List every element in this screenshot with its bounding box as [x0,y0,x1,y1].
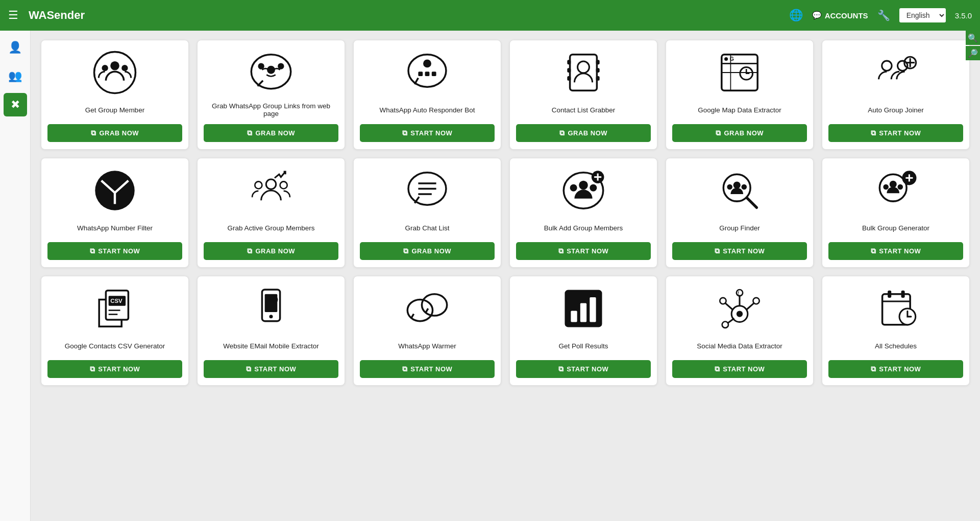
zoom-out-button[interactable]: 🔎 [966,46,980,60]
social-media-data-extractor-button[interactable]: ⧉START NOW [672,360,807,378]
get-poll-results-icon [560,286,606,331]
sidebar-item-person[interactable]: 👤 [4,36,27,59]
whatsapp-auto-responder-bot-label: WhatsApp Auto Responder Bot [380,101,475,119]
grab-whatsapp-group-links-label: Grab WhatsApp Group Links from web page [204,101,338,119]
btn-icon: ⧉ [90,365,95,373]
svg-point-26 [882,61,892,70]
whatsapp-auto-responder-bot-icon [404,50,450,96]
all-schedules-button[interactable]: ⧉START NOW [828,360,963,378]
language-select[interactable]: English Spanish French [899,8,946,22]
sidebar-item-tools[interactable]: ✖ [4,93,27,116]
btn-icon: ⧉ [716,129,721,137]
card-website-email-mobile-extractor: Website EMail Mobile Extractor⧉START NOW [197,276,345,386]
header: ☰ WASender 🌐 💬 ACCOUNTS 🔧 English Spanis… [0,0,980,31]
svg-rect-17 [567,68,571,73]
bulk-add-group-members-label: Bulk Add Group Members [544,219,623,237]
svg-point-3 [121,65,128,71]
btn-icon: ⧉ [871,365,876,373]
bulk-add-group-members-button[interactable]: ⧉START NOW [516,242,651,260]
grab-active-group-members-label: Grab Active Group Members [227,219,314,237]
svg-point-48 [733,181,741,188]
btn-icon: ⧉ [558,365,564,373]
btn-icon: ⧉ [247,247,253,255]
google-map-data-extractor-button[interactable]: ⧉GRAB NOW [672,124,807,142]
get-group-member-button[interactable]: ⧉GRAB NOW [47,124,182,142]
cards-grid: Get Group Member⧉GRAB NOW Grab WhatsApp … [41,40,970,386]
google-contacts-csv-generator-button[interactable]: ⧉START NOW [47,360,182,378]
svg-point-2 [102,65,108,71]
menu-icon[interactable]: ☰ [8,9,18,22]
svg-point-10 [423,59,431,67]
bulk-group-generator-button[interactable]: ⧉START NOW [828,242,963,260]
header-right: 🌐 💬 ACCOUNTS 🔧 English Spanish French 3.… [789,8,972,22]
website-email-mobile-extractor-label: Website EMail Mobile Extractor [223,337,318,355]
grab-chat-list-label: Grab Chat List [405,219,449,237]
btn-icon: ⧉ [715,365,720,373]
svg-point-80 [737,311,743,317]
get-poll-results-label: Get Poll Results [559,337,608,355]
website-email-mobile-extractor-button[interactable]: ⧉START NOW [204,360,338,378]
settings-icon[interactable]: 🔧 [877,9,890,21]
accounts-button[interactable]: 💬 ACCOUNTS [812,11,868,20]
contact-list-grabber-button[interactable]: ⧉GRAB NOW [516,124,651,142]
btn-icon: ⧉ [871,129,876,137]
grab-chat-list-button[interactable]: ⧉GRAB NOW [360,242,495,260]
svg-point-41 [579,181,588,190]
btn-icon: ⧉ [559,129,565,137]
svg-point-31 [95,171,134,210]
card-bulk-add-group-members: Bulk Add Group Members⧉START NOW [509,158,657,268]
bulk-group-generator-label: Bulk Group Generator [862,219,929,237]
website-email-mobile-extractor-icon [248,286,294,331]
zoom-panel: 🔍 🔎 [966,31,980,60]
whatsapp-number-filter-button[interactable]: ⧉START NOW [47,242,182,260]
btn-icon: ⧉ [91,129,96,137]
card-whatsapp-number-filter: WhatsApp Number Filter⧉START NOW [41,158,189,268]
group-finder-button[interactable]: ⧉START NOW [672,242,807,260]
globe-icon[interactable]: 🌐 [789,9,803,22]
grab-whatsapp-group-links-button[interactable]: ⧉GRAB NOW [204,124,338,142]
main-content: Get Group Member⧉GRAB NOW Grab WhatsApp … [31,31,980,521]
card-grab-chat-list: Grab Chat List⧉GRAB NOW [353,158,501,268]
card-grab-whatsapp-group-links: Grab WhatsApp Group Links from web page⧉… [197,40,345,150]
get-poll-results-button[interactable]: ⧉START NOW [516,360,651,378]
svg-rect-11 [418,72,423,76]
svg-point-77 [720,298,726,304]
svg-rect-16 [567,60,571,64]
card-whatsapp-warmer: WhatsApp Warmer⧉START NOW [353,276,501,386]
card-social-media-data-extractor: f Social Media Data Extractor⧉START NOW [666,276,814,386]
svg-point-1 [110,61,119,70]
btn-icon: ⧉ [246,365,252,373]
whatsapp-warmer-button[interactable]: ⧉START NOW [360,360,495,378]
svg-rect-83 [888,291,891,298]
grab-active-group-members-button[interactable]: ⧉GRAB NOW [204,242,338,260]
card-google-contacts-csv-generator: CSV Google Contacts CSV Generator⧉START … [41,276,189,386]
sidebar-item-groups[interactable]: 👥 [4,64,27,88]
svg-point-35 [280,181,287,188]
card-bulk-group-generator: Bulk Group Generator⧉START NOW [822,158,970,268]
card-get-poll-results: Get Poll Results⧉START NOW [509,276,657,386]
whatsapp-number-filter-label: WhatsApp Number Filter [77,219,153,237]
btn-icon: ⧉ [715,247,720,255]
auto-group-joiner-icon [873,50,919,96]
auto-group-joiner-label: Auto Group Joiner [868,101,924,119]
zoom-in-button[interactable]: 🔍 [966,31,980,45]
svg-point-34 [255,181,262,188]
svg-point-15 [578,61,590,73]
social-media-data-extractor-icon: f [717,286,763,331]
svg-point-54 [898,184,903,190]
svg-point-9 [408,55,446,87]
whatsapp-auto-responder-bot-button[interactable]: ⧉START NOW [360,124,495,142]
whatsapp-icon: 💬 [812,11,822,20]
group-finder-icon [717,168,763,214]
svg-rect-19 [596,60,600,64]
svg-rect-18 [567,76,571,81]
btn-icon: ⧉ [402,129,408,137]
card-contact-list-grabber: Contact List Grabber⧉GRAB NOW [509,40,657,150]
contact-list-grabber-icon [560,50,606,96]
svg-rect-71 [571,311,577,322]
auto-group-joiner-button[interactable]: ⧉START NOW [828,124,963,142]
grab-chat-list-icon [404,168,450,214]
version-label: 3.5.0 [955,11,972,20]
svg-point-65 [269,315,273,318]
svg-point-50 [742,184,747,190]
